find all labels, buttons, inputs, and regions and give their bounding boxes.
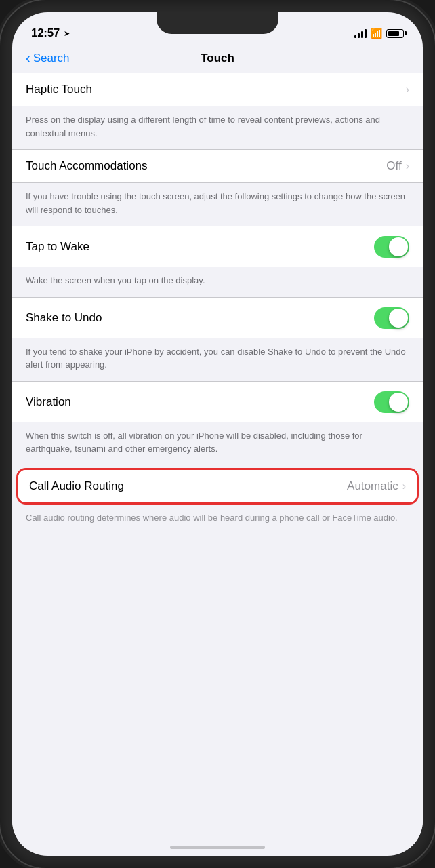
tap-to-wake-toggle[interactable]: [374, 236, 409, 258]
call-audio-routing-right: Automatic ›: [347, 479, 406, 493]
shake-to-undo-section: Shake to Undo If you tend to shake your …: [12, 297, 423, 381]
touch-accommodations-description: If you have trouble using the touch scre…: [12, 183, 423, 226]
vibration-section: Vibration When this switch is off, all v…: [12, 381, 423, 465]
touch-accommodations-label: Touch Accommodations: [26, 159, 148, 173]
call-audio-routing-value: Automatic: [347, 479, 398, 493]
touch-accommodations-section: Touch Accommodations Off › If you have t…: [12, 149, 423, 226]
nav-bar: ‹ Search Touch: [12, 47, 423, 73]
call-audio-routing-label: Call Audio Routing: [29, 479, 124, 493]
toggle-thumb: [389, 237, 408, 256]
vibration-toggle[interactable]: [374, 391, 409, 413]
tap-to-wake-description: Wake the screen when you tap on the disp…: [12, 267, 423, 297]
toggle-thumb-2: [389, 309, 408, 328]
call-audio-routing-row[interactable]: Call Audio Routing Automatic ›: [18, 470, 417, 502]
page-title: Touch: [201, 52, 234, 65]
status-icons: 📶: [354, 28, 404, 39]
haptic-touch-row[interactable]: Haptic Touch ›: [12, 73, 423, 106]
touch-accommodations-right: Off ›: [386, 159, 409, 173]
haptic-touch-right: ›: [406, 83, 409, 96]
touch-accommodations-value: Off: [386, 159, 401, 173]
settings-content: Haptic Touch › Press on the display usin…: [12, 73, 423, 848]
vibration-label: Vibration: [26, 395, 71, 409]
tap-to-wake-section: Tap to Wake Wake the screen when you tap…: [12, 226, 423, 297]
call-audio-routing-section: Call Audio Routing Automatic › Call audi…: [12, 465, 423, 537]
back-label: Search: [33, 52, 70, 65]
haptic-touch-label: Haptic Touch: [26, 83, 92, 96]
tap-to-wake-label: Tap to Wake: [26, 240, 89, 254]
chevron-right-icon-3: ›: [402, 480, 406, 492]
back-chevron-icon: ‹: [26, 50, 30, 66]
shake-to-undo-description: If you tend to shake your iPhone by acci…: [12, 338, 423, 381]
vibration-row[interactable]: Vibration: [12, 381, 423, 422]
shake-to-undo-toggle[interactable]: [374, 307, 409, 329]
vibration-description: When this switch is off, all vibration o…: [12, 422, 423, 465]
toggle-thumb-3: [389, 393, 408, 412]
phone-frame: 12:57 ➤ 📶 ‹ Search: [0, 0, 435, 868]
notch: [157, 12, 278, 34]
signal-icon: [354, 28, 367, 38]
status-time: 12:57: [31, 26, 60, 40]
home-indicator: [170, 846, 265, 849]
chevron-right-icon-2: ›: [406, 160, 409, 172]
haptic-touch-description: Press on the display using a different l…: [12, 106, 423, 149]
haptic-touch-section: Haptic Touch › Press on the display usin…: [12, 73, 423, 149]
wifi-icon: 📶: [371, 28, 382, 39]
phone-screen: 12:57 ➤ 📶 ‹ Search: [12, 12, 423, 856]
shake-to-undo-label: Shake to Undo: [26, 311, 102, 325]
battery-icon: [386, 29, 404, 38]
call-audio-routing-description: Call audio routing determines where audi…: [12, 505, 423, 534]
tap-to-wake-row[interactable]: Tap to Wake: [12, 226, 423, 267]
location-icon: ➤: [64, 29, 70, 38]
back-button[interactable]: ‹ Search: [26, 50, 70, 66]
chevron-right-icon: ›: [406, 83, 409, 96]
shake-to-undo-row[interactable]: Shake to Undo: [12, 297, 423, 338]
touch-accommodations-row[interactable]: Touch Accommodations Off ›: [12, 149, 423, 183]
